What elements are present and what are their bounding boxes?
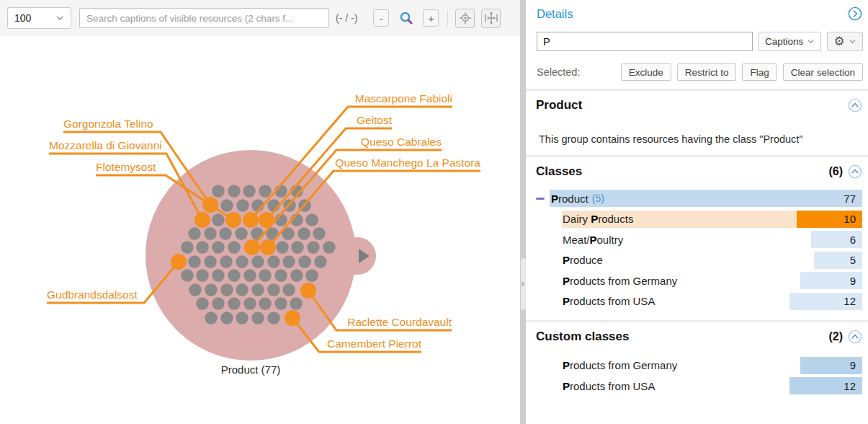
class-row[interactable]: Produce5 <box>550 252 862 269</box>
resource-dot[interactable] <box>243 297 256 309</box>
class-caption: Dairy Products <box>550 211 633 228</box>
resource-dot[interactable] <box>236 283 248 296</box>
highlighted-resource-dot[interactable] <box>202 197 218 213</box>
resource-dot[interactable] <box>251 255 264 268</box>
resource-dot[interactable] <box>251 283 264 296</box>
highlighted-resource-dot[interactable] <box>259 212 274 228</box>
resource-dot[interactable] <box>314 255 326 268</box>
resource-dot[interactable] <box>228 241 240 253</box>
resource-dot[interactable] <box>305 269 318 281</box>
resource-dot[interactable] <box>267 255 279 268</box>
highlighted-resource-dot[interactable] <box>300 283 316 299</box>
zoom-level-select[interactable]: 100 <box>7 7 71 29</box>
highlighted-resource-dot[interactable] <box>225 212 241 228</box>
class-row[interactable]: Meat/Poultry6 <box>550 231 862 248</box>
exclude-button[interactable]: Exclude <box>621 63 671 81</box>
resource-dot[interactable] <box>243 185 255 197</box>
collapse-section-icon[interactable] <box>848 164 862 179</box>
resource-dot[interactable] <box>259 269 271 281</box>
settings-button[interactable]: ⚙ <box>827 32 863 51</box>
class-row[interactable]: Products from USA12 <box>550 377 862 394</box>
resource-dot[interactable] <box>188 255 200 268</box>
collapse-section-icon[interactable] <box>848 98 862 112</box>
resource-dot[interactable] <box>259 185 271 197</box>
resource-dot[interactable] <box>204 227 216 239</box>
resource-dot[interactable] <box>236 312 248 324</box>
resource-dot[interactable] <box>189 283 201 296</box>
resource-dot[interactable] <box>235 227 247 239</box>
class-row[interactable]: Product(5)77 <box>550 190 862 207</box>
fit-view-button[interactable] <box>481 9 501 28</box>
resource-dot[interactable] <box>181 269 193 281</box>
resource-dot[interactable] <box>220 312 233 324</box>
resource-dot[interactable] <box>298 255 310 268</box>
class-row[interactable]: Products from Germany9 <box>550 272 862 289</box>
resource-dot[interactable] <box>251 312 264 324</box>
resource-dot[interactable] <box>188 227 200 239</box>
resource-dot[interactable] <box>276 241 288 253</box>
resource-dot[interactable] <box>205 283 217 296</box>
collapse-section-icon[interactable] <box>848 330 862 344</box>
filter-input[interactable] <box>537 32 753 51</box>
resource-dot[interactable] <box>305 213 318 226</box>
resource-dot[interactable] <box>228 185 240 197</box>
resource-dot[interactable] <box>212 241 224 253</box>
resource-dot[interactable] <box>267 283 279 296</box>
resource-dot[interactable] <box>282 283 295 296</box>
highlighted-resource-dot[interactable] <box>243 212 259 228</box>
resource-dot[interactable] <box>228 269 240 281</box>
resource-dot[interactable] <box>228 297 240 309</box>
center-view-button[interactable] <box>455 9 475 28</box>
class-row[interactable]: Dairy Products10 <box>550 211 862 228</box>
panel-splitter[interactable] <box>520 0 526 424</box>
resource-dot[interactable] <box>323 241 335 253</box>
filter-mode-select[interactable]: Captions <box>759 32 821 51</box>
class-row[interactable]: Products from USA12 <box>550 293 862 310</box>
resource-dot[interactable] <box>290 269 303 281</box>
magnifier-icon[interactable] <box>398 10 414 26</box>
collapse-node-icon[interactable] <box>536 198 545 200</box>
highlighted-resource-dot[interactable] <box>244 239 260 255</box>
flag-button[interactable]: Flag <box>742 63 777 81</box>
resource-dot[interactable] <box>196 241 208 253</box>
resource-dot[interactable] <box>307 241 319 253</box>
resource-dot[interactable] <box>220 255 232 268</box>
resource-dot[interactable] <box>259 297 271 309</box>
resource-dot[interactable] <box>212 269 224 281</box>
resource-dot[interactable] <box>196 269 208 281</box>
class-count: 12 <box>844 293 856 310</box>
restrict-to-button[interactable]: Restrict to <box>677 63 737 81</box>
resource-dot[interactable] <box>274 269 287 281</box>
resource-dot[interactable] <box>196 297 208 309</box>
resource-dot[interactable] <box>313 227 325 239</box>
search-input[interactable] <box>79 8 329 28</box>
highlighted-resource-dot[interactable] <box>171 254 187 270</box>
resource-dot[interactable] <box>297 227 310 239</box>
clear-selection-button[interactable]: Clear selection <box>783 63 863 81</box>
splitter-handle[interactable] <box>521 258 526 310</box>
resource-dot[interactable] <box>212 213 224 226</box>
resource-dot[interactable] <box>282 255 295 268</box>
zoom-in-button[interactable]: + <box>423 9 439 27</box>
resource-dot[interactable] <box>236 199 249 211</box>
resource-dot[interactable] <box>220 199 233 211</box>
resource-dot[interactable] <box>212 185 224 197</box>
resource-dot[interactable] <box>236 255 248 268</box>
resource-dot[interactable] <box>205 312 217 324</box>
resource-dot[interactable] <box>220 283 233 296</box>
resource-dot[interactable] <box>212 297 224 309</box>
resource-dot[interactable] <box>181 241 193 253</box>
resource-dot[interactable] <box>290 297 302 309</box>
highlighted-resource-dot[interactable] <box>285 310 300 326</box>
resource-dot[interactable] <box>291 241 303 253</box>
resource-dot[interactable] <box>243 269 256 281</box>
panel-expand-icon[interactable] <box>848 6 862 21</box>
resource-dot[interactable] <box>219 227 231 239</box>
resource-dot[interactable] <box>274 297 287 309</box>
zoom-out-button[interactable]: - <box>373 9 389 27</box>
resource-dot[interactable] <box>204 255 216 268</box>
highlighted-resource-dot[interactable] <box>194 212 210 228</box>
class-row[interactable]: Products from Germany9 <box>550 357 862 374</box>
resource-dot[interactable] <box>267 312 279 324</box>
highlighted-resource-dot[interactable] <box>260 239 276 255</box>
